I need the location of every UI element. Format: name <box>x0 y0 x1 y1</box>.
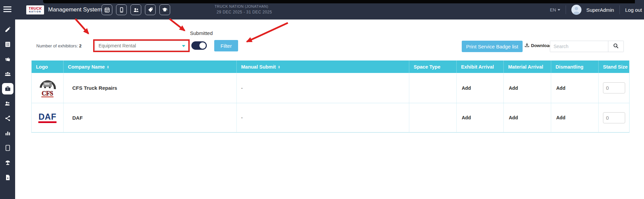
table-header-row: Logo Company Name▲▼ Manual Submit▲▼ Spac… <box>32 61 629 73</box>
category-select-value: Equipment Rental <box>99 43 136 48</box>
column-header-exhibit-arrival: Exhibit Arrival <box>456 61 503 73</box>
brand-logo-line1: TRUCK <box>29 7 42 10</box>
stand-size-input[interactable] <box>603 112 625 123</box>
user-role[interactable]: SuperAdmin <box>586 7 614 13</box>
sidebar-item-forms[interactable] <box>4 41 11 48</box>
space-type-cell <box>409 73 456 103</box>
dismantling-cell: Add <box>551 103 598 132</box>
column-header-manual-submit[interactable]: Manual Submit▲▼ <box>236 61 409 73</box>
column-header-dismantling: Dismantling <box>551 61 598 73</box>
tags-icon <box>4 56 11 63</box>
sort-icon: ▲▼ <box>107 65 109 69</box>
column-header-stand-size: Stand Size <box>598 61 630 73</box>
navbar-right: EN SuperAdmin Log out <box>550 0 642 19</box>
tag-button[interactable] <box>145 4 156 15</box>
graduation-cap-icon <box>162 7 168 13</box>
chevron-down-icon <box>558 9 560 11</box>
calendar-icon <box>104 7 110 13</box>
add-material-arrival-link[interactable]: Add <box>509 115 518 120</box>
stand-size-input[interactable] <box>603 82 625 93</box>
brand-logo-line2: NATION <box>29 10 41 13</box>
mobile-button[interactable] <box>116 4 127 15</box>
search-box <box>550 41 624 52</box>
submitted-label: Submitted <box>190 30 213 36</box>
language-label: EN <box>550 7 556 12</box>
training-button[interactable] <box>159 4 170 15</box>
print-service-badge-button[interactable]: Print Service Badge list <box>462 41 523 52</box>
column-header-company-name[interactable]: Company Name▲▼ <box>63 61 236 73</box>
users-button[interactable] <box>130 4 141 15</box>
divider <box>619 5 620 14</box>
logo-cell: CFS <box>32 73 63 103</box>
category-select[interactable]: Equipment Rental <box>95 41 189 51</box>
mobile-icon <box>119 7 124 13</box>
search-icon <box>613 43 619 50</box>
sidebar-item-booth[interactable] <box>4 159 11 166</box>
logo-cell: DAF <box>32 103 63 132</box>
add-dismantling-link[interactable]: Add <box>556 115 565 120</box>
dismantling-cell: Add <box>551 73 598 103</box>
file-upload-icon <box>4 174 11 181</box>
tag-icon <box>148 7 153 13</box>
toggle-knob <box>199 42 206 49</box>
add-exhibit-arrival-link[interactable]: Add <box>462 85 471 91</box>
sidebar-item-tags[interactable] <box>4 56 11 63</box>
search-button[interactable] <box>608 41 623 52</box>
calendar-button[interactable] <box>102 4 112 15</box>
navbar-icon-buttons <box>102 4 170 15</box>
bar-chart-icon <box>4 130 11 136</box>
avatar[interactable] <box>571 5 581 15</box>
divider <box>566 5 566 14</box>
download-label: Download <box>531 43 552 48</box>
table-row: CFS CFS Truck Repairs - Add Add Add <box>32 73 629 103</box>
event-name: TRUCK NATION (JONATHAN) <box>215 4 272 8</box>
search-input[interactable] <box>550 41 608 52</box>
exhibitor-count-value: 2 <box>79 43 81 48</box>
company-name-cell: CFS Truck Repairs <box>63 73 236 103</box>
space-type-cell <box>409 103 456 132</box>
sidebar-item-reports[interactable] <box>4 130 11 136</box>
pencil-icon <box>4 26 11 33</box>
exhibitors-table: Logo Company Name▲▼ Manual Submit▲▼ Spac… <box>31 61 630 133</box>
add-dismantling-link[interactable]: Add <box>556 85 565 91</box>
sort-icon: ▲▼ <box>278 65 280 69</box>
download-button[interactable]: Download <box>525 43 552 48</box>
sidebar-item-devices[interactable] <box>4 145 11 151</box>
list-icon <box>4 41 11 48</box>
add-exhibit-arrival-link[interactable]: Add <box>462 115 471 120</box>
annotation-arrow-dropdown <box>75 19 88 34</box>
users-group-icon <box>4 71 11 77</box>
select-caret-icon <box>182 45 185 47</box>
filter-button[interactable]: Filter <box>214 40 238 51</box>
exhibit-arrival-cell: Add <box>456 73 503 103</box>
stand-size-cell <box>598 73 630 103</box>
submitted-toggle[interactable] <box>191 41 207 50</box>
exhibitor-count-label: Number of exhibitors: <box>36 43 78 48</box>
sidebar-item-users-group[interactable] <box>4 71 11 77</box>
svg-text:CFS: CFS <box>42 90 53 97</box>
logout-button[interactable]: Log out <box>625 7 642 13</box>
sidebar-item-edit[interactable] <box>4 26 11 33</box>
event-info: TRUCK NATION (JONATHAN) 29 DEC 2025 - 31… <box>215 4 272 14</box>
add-material-arrival-link[interactable]: Add <box>509 85 518 91</box>
sidebar-item-share[interactable] <box>4 115 11 122</box>
sidebar-item-import[interactable] <box>4 174 11 181</box>
sidebar-item-exhibitors[interactable] <box>2 83 13 94</box>
manual-submit-cell: - <box>236 103 409 132</box>
material-arrival-cell: Add <box>503 103 551 132</box>
sidebar-item-visitors[interactable] <box>4 100 11 107</box>
brand-logo[interactable]: TRUCK NATION <box>26 5 44 14</box>
person-icon <box>571 5 581 15</box>
briefcase-icon <box>4 85 11 92</box>
download-icon <box>525 43 529 48</box>
hamburger-menu-icon[interactable] <box>3 6 12 13</box>
cfs-logo: CFS <box>38 76 57 100</box>
column-header-space-type: Space Type <box>409 61 456 73</box>
sidebar <box>0 19 15 199</box>
column-header-material-arrival: Material Arrival <box>503 61 551 73</box>
annotation-arrow-filter <box>247 23 288 42</box>
language-selector[interactable]: EN <box>550 7 560 12</box>
annotation-arrow-submitted <box>169 19 185 31</box>
material-arrival-cell: Add <box>503 73 551 103</box>
event-dates: 29 DEC 2025 - 31 DEC 2025 <box>215 10 272 14</box>
